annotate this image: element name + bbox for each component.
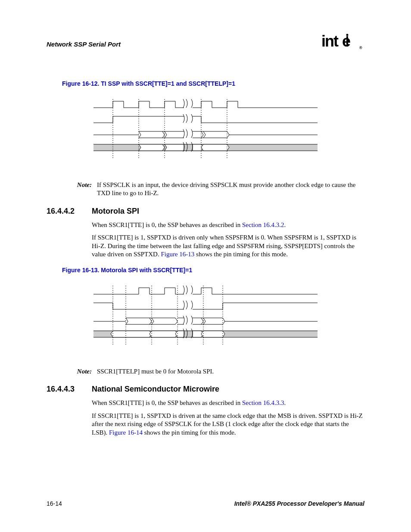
figure-13-title: Figure 16-13. Motorola SPI with SSCR[TTE… (62, 267, 364, 274)
header-title: Network SSP Serial Port (47, 40, 121, 48)
section-number: 16.4.4.3 (47, 385, 92, 394)
section-title: National Semiconductor Microwire (92, 385, 219, 394)
figure-12-diagram (93, 95, 318, 168)
note-text: If SSPSCLK is an input, the device drivi… (97, 181, 364, 197)
link-section-16-4-3-2[interactable]: Section 16.4.3.2 (242, 221, 284, 228)
link-figure-16-14[interactable]: Figure 16-14 (109, 429, 143, 436)
section-3-para-1: When SSCR1[TTE] is 0, the SSP behaves as… (92, 399, 364, 408)
note-text: SSCR1[TTELP] must be 0 for Motorola SPI. (97, 367, 364, 376)
note-1: Note: If SSPSCLK is an input, the device… (70, 181, 364, 197)
page-header: Network SSP Serial Port int e ® (47, 34, 364, 54)
link-figure-16-13[interactable]: Figure 16-13 (161, 251, 194, 258)
page-number: 16-14 (47, 500, 62, 507)
section-3-para-2: If SSCR1[TTE] is 1, SSPTXD is driven at … (92, 412, 364, 437)
svg-text:®: ® (359, 46, 362, 50)
svg-point-2 (346, 34, 349, 36)
svg-rect-4 (350, 44, 354, 47)
section-2-para-1: When SSCR1[TTE] is 0, the SSP behaves as… (92, 221, 364, 230)
figure-13-diagram (93, 281, 318, 355)
note-2: Note: SSCR1[TTELP] must be 0 for Motorol… (70, 367, 364, 376)
manual-title: Intel® PXA255 Processor Developer's Manu… (234, 500, 364, 507)
figure-12-title: Figure 16-12. TI SSP with SSCR[TTE]=1 an… (62, 80, 364, 87)
svg-text:int: int (321, 34, 339, 50)
section-2-para-2: If SSCR1[TTE] is 1, SSPTXD is driven onl… (92, 233, 364, 259)
page-footer: 16-14 Intel® PXA255 Processor Developer'… (47, 500, 364, 507)
note-label: Note: (70, 367, 92, 376)
section-number: 16.4.4.2 (47, 207, 92, 216)
note-label: Note: (70, 181, 92, 197)
intel-logo: int e ® (321, 34, 364, 54)
link-section-16-4-3-3[interactable]: Section 16.4.3.3 (242, 399, 284, 406)
section-16-4-4-3-heading: 16.4.4.3 National Semiconductor Microwir… (47, 385, 364, 394)
section-16-4-4-2-heading: 16.4.4.2 Motorola SPI (47, 207, 364, 216)
section-title: Motorola SPI (92, 207, 139, 216)
svg-text:e: e (342, 34, 350, 50)
